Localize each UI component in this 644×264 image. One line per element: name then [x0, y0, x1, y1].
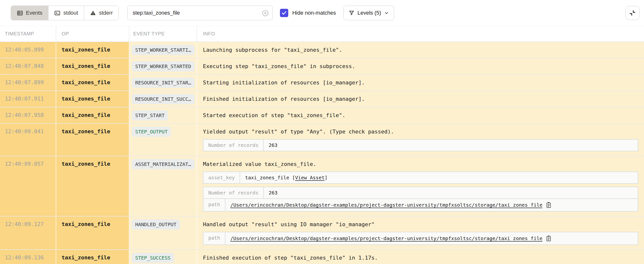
metadata-row: Number of records263 — [204, 139, 638, 151]
timestamp-cell[interactable]: 12:40:09.127 — [0, 216, 56, 249]
log-toolbar: Events stdout stderr — [0, 0, 644, 26]
table-row[interactable]: 12:40:07.911 taxi_zones_file RESOURCE_IN… — [0, 91, 644, 107]
table-row[interactable]: 12:40:07.958 taxi_zones_file STEP_START … — [0, 107, 644, 124]
metadata-value: taxi_zones_file[View Asset] — [240, 172, 638, 183]
info-cell: Handled output "result" using IO manager… — [197, 216, 644, 249]
view-asset-link[interactable]: View Asset — [295, 175, 324, 181]
event-type-badge: HANDLED_OUTPUT — [132, 219, 180, 230]
info-cell: Yielded output "result" of type "Any". (… — [197, 124, 644, 156]
copy-path-icon[interactable] — [546, 235, 552, 242]
table-row[interactable]: 12:40:07.848 taxi_zones_file STEP_WORKER… — [0, 58, 644, 75]
table-row[interactable]: 12:40:07.899 taxi_zones_file RESOURCE_IN… — [0, 75, 644, 91]
search-input[interactable] — [128, 6, 272, 20]
info-message: Launching subprocess for "taxi_zones_fil… — [203, 47, 638, 53]
tab-stderr-label: stderr — [99, 10, 113, 16]
info-message: Yielded output "result" of type "Any". (… — [203, 128, 638, 135]
info-message: Finished execution of step "taxi_zones_f… — [203, 255, 638, 261]
column-header-event-type: EVENT TYPE — [129, 26, 197, 41]
timestamp-cell[interactable]: 12:40:09.041 — [0, 124, 56, 156]
op-cell: taxi_zones_file — [56, 91, 129, 107]
event-type-cell: STEP_WORKER_STARTED — [129, 58, 197, 74]
log-view-tabs: Events stdout stderr — [11, 5, 119, 20]
table-row[interactable]: 12:40:09.136 taxi_zones_file STEP_SUCCES… — [0, 250, 644, 264]
tab-stderr[interactable]: stderr — [84, 6, 118, 20]
metadata-value: 263 — [264, 139, 638, 151]
event-type-badge: STEP_START — [132, 110, 168, 121]
timestamp-cell[interactable]: 12:40:09.057 — [0, 156, 56, 216]
levels-label: Levels (5) — [358, 10, 381, 16]
info-cell: Starting initialization of resources [io… — [197, 75, 644, 91]
event-type-badge: RESOURCE_INIT_SUCC… — [132, 94, 194, 104]
metadata-label: path — [204, 199, 226, 211]
clear-search-icon[interactable] — [262, 9, 269, 17]
log-search-field — [128, 5, 272, 20]
metadata-value: /Users/erincochran/Desktop/dagster-examp… — [226, 199, 638, 211]
op-cell: taxi_zones_file — [56, 216, 129, 249]
event-type-badge: ASSET_MATERIALIZAT… — [132, 159, 194, 169]
column-header-op: OP — [56, 26, 129, 41]
levels-filter-button[interactable]: Levels (5) — [344, 5, 394, 20]
column-header-info: INFO — [197, 26, 644, 41]
column-header-timestamp: TIMESTAMP — [0, 26, 56, 41]
metadata-value-text: 263 — [269, 142, 278, 148]
event-type-badge: STEP_OUTPUT — [132, 127, 171, 137]
metadata-value-text: 263 — [269, 190, 278, 196]
log-table-header: TIMESTAMP OP EVENT TYPE INFO — [0, 26, 644, 42]
metadata-label: Number of records — [204, 139, 264, 151]
metadata-value-text: taxi_zones_file — [245, 175, 289, 181]
table-row[interactable]: 12:40:09.041 taxi_zones_file STEP_OUTPUT… — [0, 124, 644, 156]
event-type-cell: STEP_START — [129, 107, 197, 123]
table-row[interactable]: 12:40:05.099 taxi_zones_file STEP_WORKER… — [0, 42, 644, 58]
op-cell: taxi_zones_file — [56, 58, 129, 74]
info-cell: Finished initialization of resources [io… — [197, 91, 644, 107]
metadata-table: asset_keytaxi_zones_file[View Asset] — [203, 171, 638, 184]
checkmark-icon — [281, 10, 287, 16]
info-message: Executing step "taxi_zones_file" in subp… — [203, 63, 638, 70]
timestamp-cell[interactable]: 12:40:07.899 — [0, 75, 56, 91]
info-message: Starting initialization of resources [io… — [203, 79, 638, 86]
tab-stdout[interactable]: stdout — [48, 6, 84, 20]
info-message: Handled output "result" using IO manager… — [203, 221, 638, 228]
op-cell: taxi_zones_file — [56, 107, 129, 123]
info-cell: Launching subprocess for "taxi_zones_fil… — [197, 42, 644, 58]
path-link[interactable]: /Users/erincochran/Desktop/dagster-examp… — [230, 236, 542, 241]
metadata-row: asset_keytaxi_zones_file[View Asset] — [204, 172, 638, 183]
event-type-badge: STEP_WORKER_STARTED — [132, 61, 194, 72]
info-cell: Finished execution of step "taxi_zones_f… — [197, 250, 644, 264]
metadata-label: asset_key — [204, 172, 240, 183]
metadata-row: path/Users/erincochran/Desktop/dagster-e… — [204, 198, 638, 211]
path-link[interactable]: /Users/erincochran/Desktop/dagster-examp… — [230, 202, 542, 208]
terminal-icon — [54, 10, 60, 16]
event-type-cell: RESOURCE_INIT_STAR… — [129, 75, 197, 91]
info-cell: Materialized value taxi_zones_file. asse… — [197, 156, 644, 216]
timestamp-cell[interactable]: 12:40:09.136 — [0, 250, 56, 264]
tab-events[interactable]: Events — [11, 6, 48, 20]
view-asset-link-wrap: [View Asset] — [292, 175, 328, 181]
info-message: Materialized value taxi_zones_file. — [203, 161, 638, 168]
event-type-cell: RESOURCE_INIT_SUCC… — [129, 91, 197, 107]
timestamp-cell[interactable]: 12:40:07.911 — [0, 91, 56, 107]
metadata-row: path/Users/erincochran/Desktop/dagster-e… — [204, 232, 638, 245]
event-type-badge: STEP_SUCCESS — [132, 253, 174, 263]
timestamp-cell[interactable]: 12:40:05.099 — [0, 42, 56, 58]
op-cell: taxi_zones_file — [56, 124, 129, 156]
hide-non-matches-checkbox[interactable] — [280, 9, 288, 17]
metadata-value: 263 — [264, 187, 638, 198]
info-cell: Executing step "taxi_zones_file" in subp… — [197, 58, 644, 74]
timestamp-cell[interactable]: 12:40:07.848 — [0, 58, 56, 74]
collapse-icon — [629, 9, 636, 16]
table-row[interactable]: 12:40:09.057 taxi_zones_file ASSET_MATER… — [0, 156, 644, 216]
hide-non-matches-label: Hide non-matches — [292, 10, 336, 16]
info-message: Finished initialization of resources [io… — [203, 96, 638, 103]
op-cell: taxi_zones_file — [56, 42, 129, 58]
log-table-body: 12:40:05.099 taxi_zones_file STEP_WORKER… — [0, 42, 644, 264]
event-type-cell: STEP_SUCCESS — [129, 250, 197, 264]
timestamp-cell[interactable]: 12:40:07.958 — [0, 107, 56, 123]
event-type-badge: STEP_WORKER_STARTI… — [132, 45, 194, 55]
table-row[interactable]: 12:40:09.127 taxi_zones_file HANDLED_OUT… — [0, 216, 644, 250]
copy-path-icon[interactable] — [546, 202, 552, 208]
collapse-panel-button[interactable] — [626, 6, 640, 20]
metadata-table: Number of records263path/Users/erincochr… — [203, 187, 638, 212]
event-type-cell: ASSET_MATERIALIZAT… — [129, 156, 197, 216]
op-cell: taxi_zones_file — [56, 75, 129, 91]
